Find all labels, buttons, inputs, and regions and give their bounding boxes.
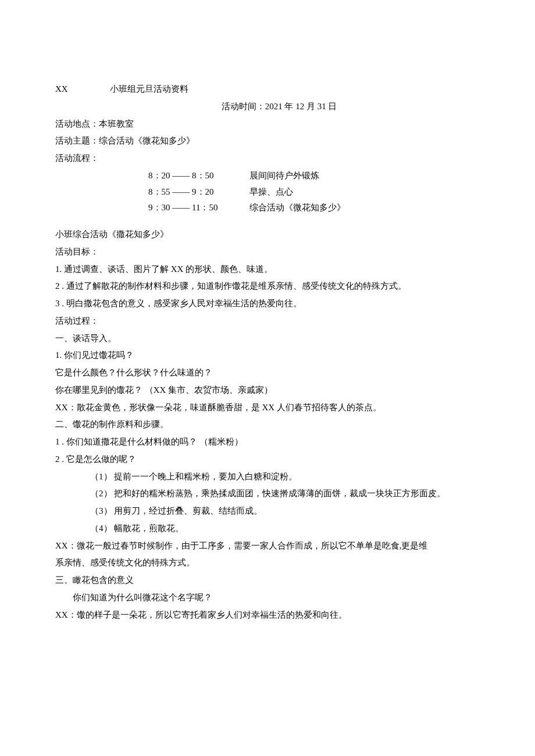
location-row: 活动地点：本班教室	[55, 116, 480, 132]
goal-text: 通过调查、谈话、图片了解 XX 的形状、颜色、味道。	[64, 264, 273, 274]
schedule-row: 8：55 ―― 9：20 早操、点心	[148, 184, 480, 200]
goal-item: 1. 通过调查、谈话、图片了解 XX 的形状、颜色、味道。	[55, 261, 480, 278]
location-label: 活动地点：	[55, 119, 99, 128]
goals-header: 活动目标：	[55, 244, 480, 260]
step-item: （1） 提前一一个晚上和糯米粉，要加入白糖和淀粉。	[90, 469, 480, 485]
steps-list: （1） 提前一一个晚上和糯米粉，要加入白糖和淀粉。 （2） 把和好的糯米粉蒸熟，…	[55, 469, 480, 537]
title-prefix: XX	[55, 81, 108, 98]
step-item: （2） 把和好的糯米粉蒸熟，乘热揉成面团，快速擀成薄薄的面饼，裁成一块块正方形面…	[90, 486, 480, 502]
goal-text: 通过了解散花的制作材料和步骤，知道制作馓花是维系亲情、感受传统文化的特殊方式。	[66, 281, 406, 291]
theme-row: 活动主题：综合活动《微花知多少》	[55, 133, 480, 149]
part2-xx-note-line2: 系亲情、感受传统文化的特殊方式。	[55, 555, 480, 571]
part2-q2: 2 . 它是怎么做的呢？	[55, 452, 480, 468]
activity-time-row: 活动时间：2021 年 12 月 31 日	[55, 99, 480, 115]
schedule-desc: 综合活动《微花知多少》	[249, 203, 345, 212]
part3-xx-note: XX：馓的样子是一朵花，所以它寄托着家乡人们对幸福生活的热爱和向往。	[55, 607, 480, 624]
part2-q1-text: 你们知道撒花是什么材料做的吗？ （糯米粉）	[66, 437, 243, 446]
location-value: 本班教室	[99, 119, 134, 128]
activity-time-label: 活动时间：	[222, 102, 265, 111]
sub-activity-title: 小班综合活动《撒花知多少》	[55, 227, 480, 243]
schedule-time: 8：20 ―― 8：50	[148, 168, 247, 184]
goal-item: 2 . 通过了解散花的制作材料和步骤，知道制作馓花是维系亲情、感受传统文化的特殊…	[55, 278, 480, 295]
theme-label: 活动主题：	[55, 136, 99, 145]
step-item: （3） 用剪刀，经过折叠、剪裁、结结而成。	[90, 503, 480, 519]
goal-num: 1.	[55, 261, 62, 278]
part2-q2-text: 它是怎么做的呢？	[66, 454, 136, 464]
theme-value: 综合活动《微花知多少》	[99, 136, 195, 145]
goal-item: 3 . 明白撒花包含的意义，感受家乡人民对幸福生活的热爱向往。	[55, 296, 480, 312]
part3-header: 三、瞰花包含的意义	[55, 572, 480, 589]
schedule-time: 9：30 ―― 11：50	[148, 200, 247, 216]
document-title: XX 小班组元旦活动资料	[55, 81, 480, 98]
part2-xx-note-line1: XX：微花一般过春节时候制作，由于工序多，需要一家人合作而成，所以它不单单是吃食…	[55, 538, 480, 554]
part1-q1-sub2: 你在哪里见到的馓花？ （XX 集市、农贸市场、亲戚家）	[55, 382, 480, 399]
part1-header: 一、谈话导入。	[55, 331, 480, 347]
part2-q2-num: 2 .	[55, 452, 64, 468]
schedule-desc: 早操、点心	[249, 187, 293, 196]
activity-time-value: 2021 年 12 月 31 日	[265, 102, 337, 111]
step-item: （4） 幅散花，煎散花。	[90, 521, 480, 537]
part1-q1-sub1: 它是什么颜色？什么形状？什么味道的？	[55, 365, 480, 381]
goal-num: 2 .	[55, 278, 64, 295]
goal-num: 3 .	[55, 296, 64, 312]
part2-q1: 1 . 你们知道撒花是什么材料做的吗？ （糯米粉）	[55, 434, 480, 450]
schedule-row: 9：30 ―― 11：50 综合活动《微花知多少》	[148, 200, 480, 216]
part2-q1-num: 1 .	[55, 434, 64, 450]
part2-header: 二、馓花的制作原料和步骤。	[55, 417, 480, 433]
schedule-block: 8：20 ―― 8：50 晨间间待户外锻炼 8：55 ―― 9：20 早操、点心…	[55, 168, 480, 216]
schedule-row: 8：20 ―― 8：50 晨间间待户外锻炼	[148, 168, 480, 184]
schedule-time: 8：55 ―― 9：20	[148, 184, 247, 200]
schedule-desc: 晨间间待户外锻炼	[249, 171, 319, 180]
flow-label: 活动流程：	[55, 151, 480, 167]
part1-q1: 1. 你们见过馓花吗？	[55, 347, 480, 364]
part1-xx-note: XX：散花金黄色，形状像一朵花，味道酥脆香甜，是 XX 人们春节招待客人的茶点。	[55, 400, 480, 416]
process-header: 活动过程：	[55, 313, 480, 329]
part3-q: 你们知道为什么叫微花这个名字呢？	[55, 590, 480, 606]
goal-text: 明白撒花包含的意义，感受家乡人民对幸福生活的热爱向往。	[66, 299, 302, 308]
title-text: 小班组元旦活动资料	[110, 84, 188, 94]
